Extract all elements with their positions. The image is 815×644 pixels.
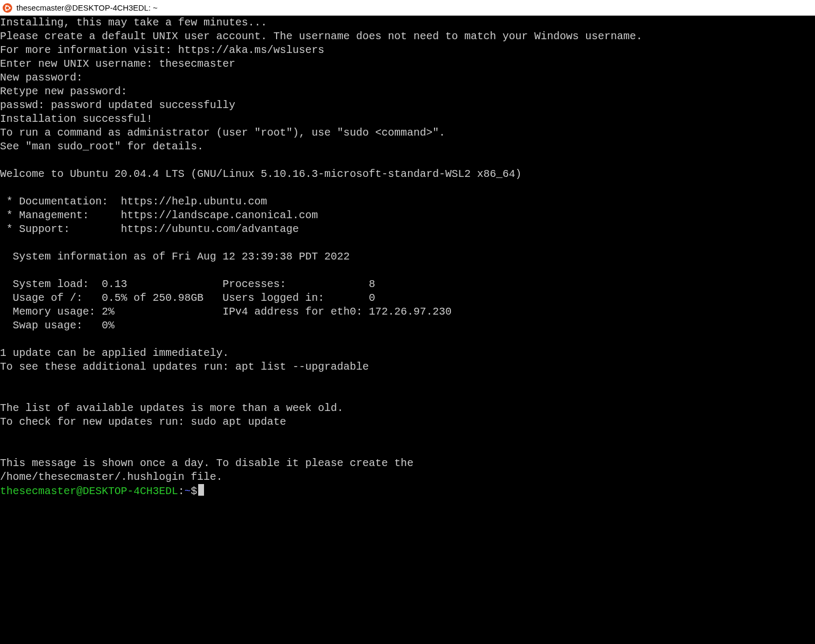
terminal-line: passwd: password updated successfully (0, 99, 235, 111)
prompt-user-host: thesecmaster@DESKTOP-4CH3EDL (0, 485, 178, 497)
svg-point-2 (9, 7, 11, 8)
terminal-line: Installing, this may take a few minutes.… (0, 16, 267, 29)
terminal-line: New password: (0, 71, 83, 84)
ubuntu-icon (3, 3, 12, 13)
terminal-line: To check for new updates run: sudo apt u… (0, 416, 286, 428)
window-titlebar: thesecmaster@DESKTOP-4CH3EDL: ~ (0, 0, 815, 16)
terminal-line: * Documentation: https://help.ubuntu.com (0, 195, 267, 208)
terminal-line: Usage of /: 0.5% of 250.98GB Users logge… (0, 292, 375, 304)
prompt-dollar: $ (191, 485, 197, 497)
terminal-line: Welcome to Ubuntu 20.04.4 LTS (GNU/Linux… (0, 168, 521, 180)
terminal-line: Retype new password: (0, 85, 127, 97)
terminal-line: * Support: https://ubuntu.com/advantage (0, 223, 299, 235)
terminal-line: Swap usage: 0% (0, 319, 114, 332)
terminal-cursor[interactable] (198, 484, 204, 496)
terminal-line: Enter new UNIX username: thesecmaster (0, 58, 235, 70)
terminal-line: See "man sudo_root" for details. (0, 140, 203, 153)
terminal-line: Installation successful! (0, 113, 153, 125)
terminal-line: Please create a default UNIX user accoun… (0, 30, 642, 42)
terminal-line: The list of available updates is more th… (0, 402, 343, 414)
window-title: thesecmaster@DESKTOP-4CH3EDL: ~ (16, 1, 157, 15)
terminal-line: For more information visit: https://aka.… (0, 44, 324, 56)
terminal-line: 1 update can be applied immediately. (0, 347, 229, 359)
svg-point-0 (3, 3, 12, 13)
terminal-line: System information as of Fri Aug 12 23:3… (0, 251, 350, 263)
svg-point-3 (5, 5, 7, 6)
terminal-line: To see these additional updates run: apt… (0, 361, 369, 373)
svg-point-4 (5, 9, 7, 11)
terminal-line: * Management: https://landscape.canonica… (0, 209, 318, 221)
terminal-line: /home/thesecmaster/.hushlogin file. (0, 471, 223, 483)
prompt-colon: : (178, 485, 184, 497)
terminal-line: This message is shown once a day. To dis… (0, 457, 413, 469)
terminal-line: System load: 0.13 Processes: 8 (0, 278, 375, 290)
terminal-line: Memory usage: 2% IPv4 address for eth0: … (0, 306, 451, 318)
terminal-line: To run a command as administrator (user … (0, 127, 445, 139)
terminal-output[interactable]: Installing, this may take a few minutes.… (0, 16, 815, 498)
prompt-path: ~ (184, 485, 191, 497)
